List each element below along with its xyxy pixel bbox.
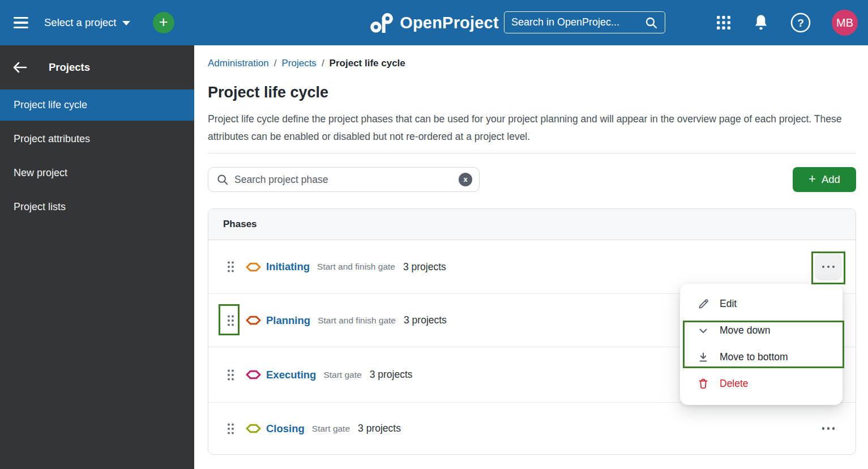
sidebar-item-new-project[interactable]: New project xyxy=(0,157,194,189)
pencil-icon xyxy=(697,298,709,310)
chevron-down-icon xyxy=(697,325,709,336)
openproject-logo: OpenProject xyxy=(369,12,499,33)
breadcrumb-separator: / xyxy=(322,58,324,69)
add-phase-button[interactable]: + Add xyxy=(793,167,856,192)
global-search-input[interactable] xyxy=(511,16,644,28)
page-description: Project life cycle define the project ph… xyxy=(208,110,853,145)
notifications-bell-icon[interactable] xyxy=(752,14,769,32)
phase-projects-count: 3 projects xyxy=(404,314,447,326)
menu-item-label: Delete xyxy=(720,378,749,390)
section-divider xyxy=(208,153,856,154)
hamburger-menu-icon[interactable] xyxy=(8,11,34,34)
chevron-down-icon xyxy=(122,21,130,25)
avatar-initials: MB xyxy=(836,16,853,29)
breadcrumb-current: Project life cycle xyxy=(330,58,405,69)
drag-handle-icon[interactable] xyxy=(226,313,236,328)
phase-projects-count: 3 projects xyxy=(370,369,413,381)
phase-gate-icon xyxy=(246,424,261,433)
menu-item-label: Edit xyxy=(720,298,737,310)
phase-name-link[interactable]: Closing xyxy=(266,423,305,435)
drag-handle-icon[interactable] xyxy=(226,421,236,436)
openproject-logo-icon xyxy=(369,12,394,33)
phase-name-link[interactable]: Initiating xyxy=(266,261,310,273)
sidebar-title: Projects xyxy=(49,61,90,74)
search-icon xyxy=(644,16,658,29)
select-project-label: Select a project xyxy=(44,16,117,29)
sidebar-item-project-life-cycle[interactable]: Project life cycle xyxy=(0,89,194,121)
phase-search-box[interactable]: x xyxy=(208,167,480,192)
add-button-label: Add xyxy=(822,173,840,186)
global-search-box[interactable] xyxy=(504,11,665,33)
sidebar-item-label: New project xyxy=(14,167,67,179)
menu-item-move-to-bottom[interactable]: Move to bottom xyxy=(680,344,843,370)
page-title: Project life cycle xyxy=(208,84,856,101)
breadcrumb: Administration / Projects / Project life… xyxy=(208,57,856,70)
phase-gate-icon xyxy=(246,262,261,272)
drag-handle-icon[interactable] xyxy=(226,259,236,274)
more-actions-icon[interactable] xyxy=(815,415,842,442)
trash-icon xyxy=(697,378,709,390)
sidebar-item-project-lists[interactable]: Project lists xyxy=(0,191,194,223)
row-context-menu: Edit Move down Move to bottom Delete xyxy=(680,284,843,405)
phase-gate-label: Start and finish gate xyxy=(318,315,396,326)
breadcrumb-separator: / xyxy=(274,58,277,69)
sidebar-item-project-attributes[interactable]: Project attributes xyxy=(0,123,194,155)
phase-gate-label: Start gate xyxy=(323,370,361,380)
menu-item-label: Move down xyxy=(720,325,771,336)
logo-text: OpenProject xyxy=(400,14,499,32)
phase-gate-label: Start gate xyxy=(312,424,350,434)
phases-header-label: Phases xyxy=(223,219,257,230)
phase-projects-count: 3 projects xyxy=(358,423,401,434)
phase-gate-label: Start and finish gate xyxy=(317,262,395,272)
phase-search-input[interactable] xyxy=(234,174,459,186)
phase-name-link[interactable]: Executing xyxy=(266,369,316,381)
global-add-button[interactable]: + xyxy=(153,12,174,33)
menu-item-edit[interactable]: Edit xyxy=(680,291,843,317)
breadcrumb-link-projects[interactable]: Projects xyxy=(281,58,316,69)
main-content: Administration / Projects / Project life… xyxy=(194,45,868,469)
menu-item-delete[interactable]: Delete xyxy=(680,370,843,397)
user-avatar[interactable]: MB xyxy=(832,10,858,36)
help-icon[interactable]: ? xyxy=(790,12,811,33)
phase-gate-icon xyxy=(246,315,261,325)
menu-item-label: Move to bottom xyxy=(720,351,788,363)
sidebar-item-label: Project life cycle xyxy=(14,99,87,111)
breadcrumb-link-administration[interactable]: Administration xyxy=(208,58,269,69)
phase-toolbar: x + Add xyxy=(208,167,856,192)
phase-projects-count: 3 projects xyxy=(403,261,446,273)
search-icon xyxy=(216,173,229,186)
admin-sidebar: Projects Project life cycle Project attr… xyxy=(0,45,194,469)
phases-table-header: Phases xyxy=(208,209,856,240)
plus-icon: + xyxy=(809,172,816,186)
phase-name-link[interactable]: Planning xyxy=(266,314,310,327)
select-project-dropdown[interactable]: Select a project xyxy=(44,16,130,29)
move-to-bottom-icon xyxy=(697,352,709,363)
drag-handle-icon[interactable] xyxy=(226,368,236,382)
modules-grid-icon[interactable] xyxy=(715,14,732,31)
phase-gate-icon xyxy=(246,370,261,380)
sidebar-header: Projects xyxy=(0,45,194,89)
sidebar-item-label: Project lists xyxy=(14,201,66,213)
top-bar-icons: ? MB xyxy=(715,0,858,45)
svg-text:?: ? xyxy=(797,17,804,29)
top-bar: Select a project + OpenProject xyxy=(0,0,868,45)
back-arrow-icon[interactable] xyxy=(12,61,27,74)
menu-item-move-down[interactable]: Move down xyxy=(680,317,843,344)
sidebar-item-label: Project attributes xyxy=(14,133,90,145)
more-actions-icon[interactable] xyxy=(815,253,842,280)
clear-search-icon[interactable]: x xyxy=(459,173,472,186)
table-row: Closing Start gate 3 projects xyxy=(208,402,856,454)
